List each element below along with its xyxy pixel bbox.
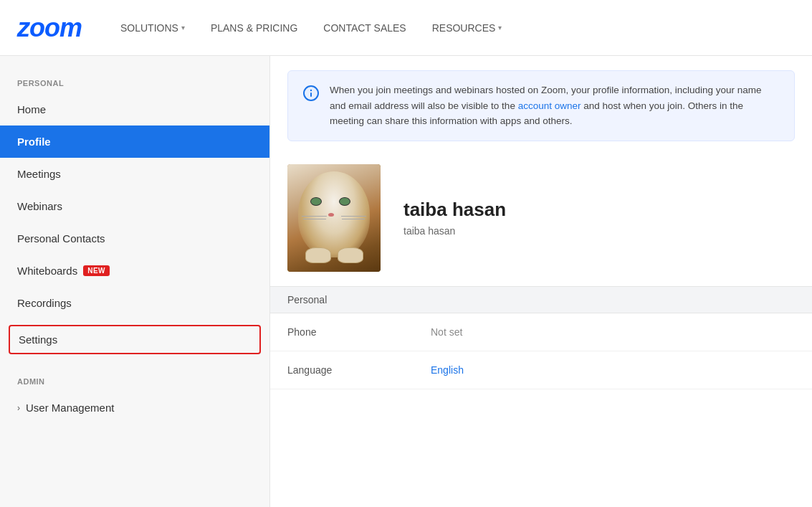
phone-value: Not set — [431, 326, 462, 338]
admin-section-label: ADMIN — [0, 366, 269, 392]
top-nav: SOLUTIONS ▾ PLANS & PRICING CONTACT SALE… — [110, 16, 512, 39]
svg-point-1 — [310, 90, 312, 91]
avatar — [287, 164, 381, 272]
sidebar-item-personal-contacts[interactable]: Personal Contacts — [0, 222, 269, 255]
solutions-arrow-icon: ▾ — [181, 24, 185, 32]
personal-section-divider: Personal — [270, 286, 812, 313]
personal-section-label: PERSONAL — [0, 67, 269, 93]
main-content: When you join meetings and webinars host… — [270, 56, 812, 507]
sidebar-item-settings[interactable]: Settings — [9, 325, 261, 354]
account-owner-link[interactable]: account owner — [518, 100, 581, 111]
sidebar-item-user-management[interactable]: › User Management — [0, 392, 269, 424]
phone-label: Phone — [287, 326, 431, 338]
language-label: Language — [287, 364, 431, 376]
sidebar-item-profile[interactable]: Profile — [0, 125, 269, 158]
profile-username: taiba hasan — [403, 225, 506, 237]
sidebar: PERSONAL Home Profile Meetings Webinars … — [0, 56, 270, 507]
profile-info: taiba hasan taiba hasan — [403, 199, 506, 237]
phone-field-row: Phone Not set — [270, 313, 812, 351]
info-banner: When you join meetings and webinars host… — [287, 70, 795, 141]
sidebar-item-home[interactable]: Home — [0, 93, 269, 125]
new-badge: NEW — [83, 265, 110, 276]
nav-contact-sales[interactable]: CONTACT SALES — [313, 16, 416, 39]
info-icon — [302, 84, 320, 109]
info-text: When you join meetings and webinars host… — [330, 82, 780, 129]
language-field-row: Language English — [270, 351, 812, 389]
language-value: English — [431, 364, 464, 376]
header: zoom SOLUTIONS ▾ PLANS & PRICING CONTACT… — [0, 0, 812, 56]
sidebar-item-meetings[interactable]: Meetings — [0, 158, 269, 190]
sidebar-item-recordings[interactable]: Recordings — [0, 287, 269, 319]
nav-plans-pricing[interactable]: PLANS & PRICING — [201, 16, 307, 39]
profile-section: taiba hasan taiba hasan — [270, 141, 812, 286]
logo[interactable]: zoom — [17, 13, 82, 43]
sidebar-item-webinars[interactable]: Webinars — [0, 190, 269, 222]
nav-resources[interactable]: RESOURCES ▾ — [422, 16, 512, 39]
chevron-right-icon: › — [17, 403, 20, 413]
resources-arrow-icon: ▾ — [498, 24, 502, 32]
svg-rect-2 — [310, 93, 312, 97]
page-layout: PERSONAL Home Profile Meetings Webinars … — [0, 56, 812, 507]
sidebar-item-whiteboards[interactable]: Whiteboards NEW — [0, 255, 269, 287]
nav-solutions[interactable]: SOLUTIONS ▾ — [110, 16, 195, 39]
profile-display-name: taiba hasan — [403, 199, 506, 221]
